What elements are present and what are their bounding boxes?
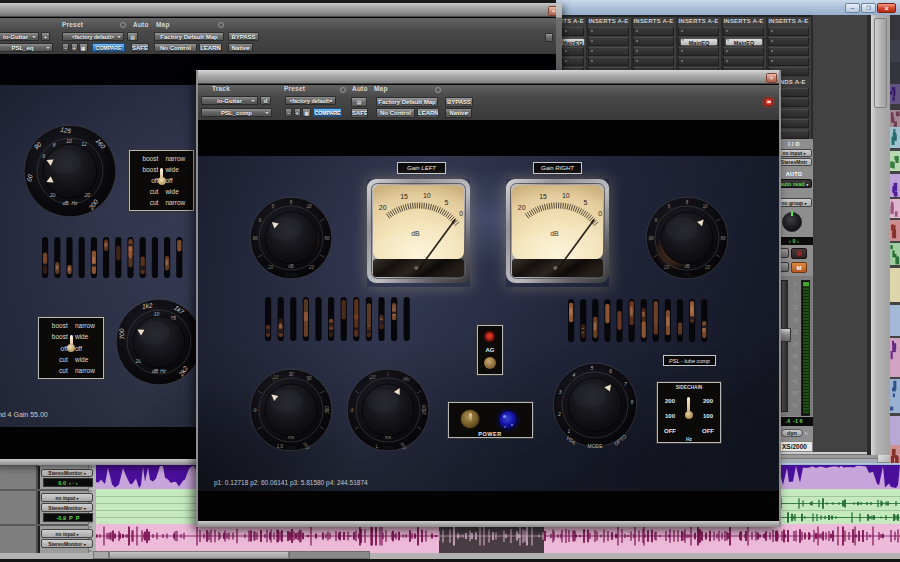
svg-text:10: 10 [273,375,279,380]
svg-text:700: 700 [118,328,126,340]
svg-text:5: 5 [583,199,587,206]
svg-text:6: 6 [43,153,46,159]
svg-text:0: 0 [459,210,463,217]
svg-text:dB: dB [62,200,69,206]
svg-text:1k2: 1k2 [142,302,153,310]
svg-text:6: 6 [609,368,612,374]
svg-text:4: 4 [572,372,575,378]
svg-text:Hz: Hz [71,200,78,206]
svg-text:20: 20 [704,265,711,270]
svg-text:10: 10 [423,192,431,199]
svg-text:10: 10 [562,192,570,199]
svg-text:50: 50 [720,236,726,241]
svg-text:3: 3 [559,389,562,395]
svg-text:20: 20 [308,265,315,270]
svg-text:20: 20 [267,265,274,270]
svg-text:50: 50 [306,376,312,381]
svg-text:20: 20 [379,204,387,211]
svg-text:8: 8 [53,142,56,148]
svg-text:20: 20 [663,265,670,270]
svg-text:0: 0 [598,210,602,217]
svg-text:2: 2 [557,411,561,417]
svg-text:8: 8 [631,399,634,405]
svg-text:10: 10 [702,204,708,209]
svg-text:5: 5 [444,199,448,206]
svg-text:Hz: Hz [160,368,167,374]
svg-text:20: 20 [518,204,526,211]
svg-text:5: 5 [590,365,593,371]
svg-text:30: 30 [252,236,258,241]
svg-text:dB: dB [152,368,159,374]
svg-text:3000: 3000 [422,404,427,415]
svg-text:7: 7 [624,381,627,387]
svg-text:300: 300 [325,406,330,414]
svg-text:30: 30 [288,372,294,377]
svg-text:30: 30 [648,236,654,241]
svg-text:10: 10 [370,375,376,380]
svg-text:15: 15 [400,193,408,200]
svg-text:10: 10 [66,138,72,144]
svg-text:15: 15 [539,193,547,200]
svg-text:10: 10 [306,204,312,209]
svg-text:50: 50 [324,236,330,241]
